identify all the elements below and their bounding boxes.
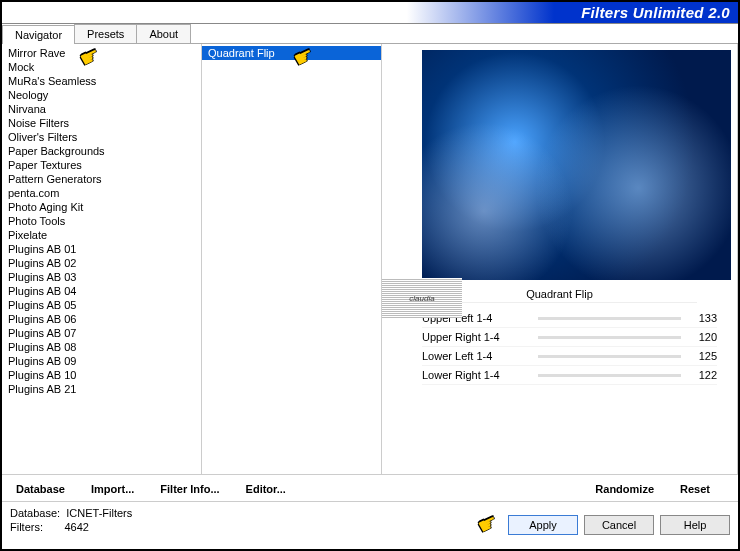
- main-area: Mirror RaveMockMuRa's SeamlessNeologyNir…: [2, 44, 738, 474]
- list-item[interactable]: Plugins AB 04: [2, 284, 201, 298]
- list-item[interactable]: Photo Aging Kit: [2, 200, 201, 214]
- db-label: Database:: [10, 507, 60, 519]
- list-item[interactable]: Pattern Generators: [2, 172, 201, 186]
- list-item[interactable]: Plugins AB 05: [2, 298, 201, 312]
- slider-value: 120: [687, 331, 717, 343]
- slider-label: Lower Left 1-4: [422, 350, 532, 362]
- list-item[interactable]: Plugins AB 01: [2, 242, 201, 256]
- preview-column: claudia Quadrant Flip Upper Left 1-4133U…: [382, 44, 738, 474]
- footer: Database: ICNET-Filters Filters: 4642 ☛ …: [2, 501, 738, 539]
- filter-list[interactable]: Quadrant Flip: [202, 44, 381, 474]
- footer-info: Database: ICNET-Filters Filters: 4642: [10, 506, 132, 535]
- right-button-row: Randomize Reset: [382, 474, 738, 501]
- editor-button[interactable]: Editor...: [238, 481, 294, 497]
- filters-value: 4642: [64, 521, 88, 533]
- list-item[interactable]: Mirror Rave: [2, 46, 201, 60]
- help-button[interactable]: Help: [660, 515, 730, 535]
- list-item[interactable]: Pixelate: [2, 228, 201, 242]
- list-item[interactable]: Plugins AB 08: [2, 340, 201, 354]
- current-filter-label: claudia Quadrant Flip: [422, 284, 697, 303]
- list-item[interactable]: Mock: [2, 60, 201, 74]
- list-item[interactable]: Noise Filters: [2, 116, 201, 130]
- slider-track[interactable]: [538, 317, 681, 320]
- reset-button[interactable]: Reset: [672, 481, 718, 497]
- slider-row[interactable]: Lower Right 1-4122: [422, 366, 717, 385]
- filter-column: Quadrant Flip ☛: [202, 44, 382, 474]
- preview-image: [422, 50, 731, 280]
- list-item[interactable]: Neology: [2, 88, 201, 102]
- filter-info-button[interactable]: Filter Info...: [152, 481, 227, 497]
- list-item[interactable]: penta.com: [2, 186, 201, 200]
- list-item[interactable]: Paper Textures: [2, 158, 201, 172]
- slider-value: 125: [687, 350, 717, 362]
- slider-value: 122: [687, 369, 717, 381]
- slider-track[interactable]: [538, 336, 681, 339]
- cancel-button[interactable]: Cancel: [584, 515, 654, 535]
- slider-row[interactable]: Upper Right 1-4120: [422, 328, 717, 347]
- category-column: Mirror RaveMockMuRa's SeamlessNeologyNir…: [2, 44, 202, 474]
- slider-value: 133: [687, 312, 717, 324]
- app-title: Filters Unlimited 2.0: [581, 4, 730, 21]
- pointer-icon: ☛: [473, 508, 502, 540]
- list-item[interactable]: Plugins AB 21: [2, 382, 201, 396]
- slider-label: Upper Right 1-4: [422, 331, 532, 343]
- left-button-row: Database Import... Filter Info... Editor…: [2, 474, 382, 501]
- current-filter-text: Quadrant Flip: [526, 288, 593, 300]
- list-item[interactable]: Photo Tools: [2, 214, 201, 228]
- list-item[interactable]: Plugins AB 10: [2, 368, 201, 382]
- category-list[interactable]: Mirror RaveMockMuRa's SeamlessNeologyNir…: [2, 44, 201, 474]
- list-item[interactable]: Plugins AB 06: [2, 312, 201, 326]
- list-item[interactable]: Quadrant Flip: [202, 46, 381, 60]
- parameter-panel: Upper Left 1-4133Upper Right 1-4120Lower…: [422, 309, 717, 385]
- list-item[interactable]: Plugins AB 03: [2, 270, 201, 284]
- list-item[interactable]: Oliver's Filters: [2, 130, 201, 144]
- db-value: ICNET-Filters: [66, 507, 132, 519]
- import-button[interactable]: Import...: [83, 481, 142, 497]
- titlebar: Filters Unlimited 2.0: [2, 2, 738, 24]
- apply-button[interactable]: Apply: [508, 515, 578, 535]
- watermark-badge: claudia: [382, 278, 462, 318]
- list-item[interactable]: Paper Backgrounds: [2, 144, 201, 158]
- database-button[interactable]: Database: [8, 481, 73, 497]
- randomize-button[interactable]: Randomize: [587, 481, 662, 497]
- slider-label: Lower Right 1-4: [422, 369, 532, 381]
- list-item[interactable]: Plugins AB 02: [2, 256, 201, 270]
- slider-track[interactable]: [538, 355, 681, 358]
- tab-presets[interactable]: Presets: [74, 24, 137, 43]
- tab-strip: Navigator Presets About: [2, 24, 738, 44]
- slider-row[interactable]: Lower Left 1-4125: [422, 347, 717, 366]
- list-item[interactable]: Nirvana: [2, 102, 201, 116]
- list-item[interactable]: Plugins AB 09: [2, 354, 201, 368]
- list-item[interactable]: Plugins AB 07: [2, 326, 201, 340]
- slider-track[interactable]: [538, 374, 681, 377]
- list-item[interactable]: MuRa's Seamless: [2, 74, 201, 88]
- tab-about[interactable]: About: [136, 24, 191, 43]
- tab-navigator[interactable]: Navigator: [2, 25, 75, 44]
- slider-row[interactable]: Upper Left 1-4133: [422, 309, 717, 328]
- action-buttons: ☛ Apply Cancel Help: [508, 515, 730, 535]
- filters-label: Filters:: [10, 521, 43, 533]
